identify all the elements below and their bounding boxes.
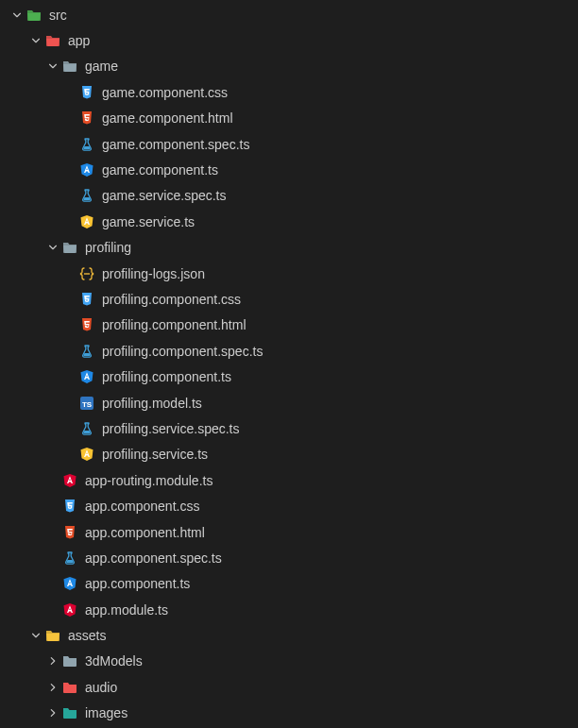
tree-item-label: profiling.component.html [102, 317, 246, 332]
file-row-app-routing-module-ts[interactable]: app-routing.module.ts [0, 467, 578, 493]
css-icon [79, 292, 94, 307]
angular-ts-icon [79, 162, 94, 178]
test-icon [79, 137, 94, 152]
folder-row-audio[interactable]: audio [0, 674, 578, 700]
css-icon [62, 499, 77, 514]
folder-images-icon [62, 705, 77, 720]
angular-module-red-icon [62, 602, 77, 618]
tree-item-label: game.component.ts [102, 162, 218, 178]
folder-row-src[interactable]: src [0, 2, 578, 27]
file-explorer-tree: srcappgamegame.component.cssgame.compone… [0, 2, 578, 726]
file-row-game-component-spec-ts[interactable]: game.component.spec.ts [0, 131, 578, 157]
file-row-app-component-html[interactable]: app.component.html [0, 519, 578, 545]
tree-item-label: app.component.css [85, 499, 199, 514]
file-row-app-module-ts[interactable]: app.module.ts [0, 597, 578, 622]
folder-audio-icon [62, 680, 77, 695]
tree-item-label: game.service.spec.ts [102, 188, 227, 203]
tree-item-label: profiling.service.spec.ts [102, 421, 240, 436]
test-icon [79, 421, 94, 436]
test-icon [79, 188, 94, 203]
folder-row-game[interactable]: game [0, 54, 578, 79]
chevron-down-icon[interactable] [45, 59, 60, 74]
file-row-game-service-ts[interactable]: game.service.ts [0, 209, 578, 234]
file-row-game-component-css[interactable]: game.component.css [0, 79, 578, 105]
tree-item-label: images [85, 705, 128, 720]
tree-item-label: profiling.service.ts [102, 447, 208, 462]
tree-item-label: src [49, 8, 67, 23]
angular-service-icon [79, 214, 94, 229]
folder-generic-open-icon [62, 59, 77, 74]
angular-service-icon [79, 447, 94, 462]
folder-app-icon [45, 33, 60, 48]
folder-assets-icon [45, 628, 60, 643]
html-icon [62, 525, 77, 540]
tree-item-label: profiling-logs.json [102, 266, 205, 281]
folder-generic-icon [62, 653, 77, 669]
angular-ts-icon [62, 576, 77, 591]
chevron-right-icon[interactable] [45, 653, 60, 669]
css-icon [79, 85, 94, 100]
chevron-down-icon[interactable] [28, 628, 43, 643]
file-row-profiling-service-spec-ts[interactable]: profiling.service.spec.ts [0, 415, 578, 441]
folder-row-assets[interactable]: assets [0, 622, 578, 648]
tree-item-label: assets [68, 628, 106, 643]
file-row-profiling-component-spec-ts[interactable]: profiling.component.spec.ts [0, 338, 578, 364]
tree-item-label: game.component.html [102, 110, 233, 126]
file-row-app-component-spec-ts[interactable]: app.component.spec.ts [0, 545, 578, 570]
html-icon [79, 110, 94, 126]
file-row-game-component-ts[interactable]: game.component.ts [0, 157, 578, 182]
tree-item-label: app.component.spec.ts [85, 550, 222, 566]
file-row-profiling-component-ts[interactable]: profiling.component.ts [0, 364, 578, 389]
angular-module-red-icon [62, 473, 77, 488]
chevron-down-icon[interactable] [9, 8, 25, 23]
tree-item-label: app.component.ts [85, 576, 190, 591]
folder-src-icon [26, 8, 42, 23]
folder-row-3dModels[interactable]: 3dModels [0, 649, 578, 674]
test-icon [79, 344, 94, 359]
chevron-right-icon[interactable] [45, 680, 60, 695]
angular-ts-icon [79, 369, 94, 384]
tree-item-label: app [68, 33, 90, 48]
tree-item-label: app.component.html [85, 525, 205, 540]
file-row-game-component-html[interactable]: game.component.html [0, 106, 578, 131]
folder-row-app[interactable]: app [0, 27, 578, 53]
tree-item-label: profiling.component.spec.ts [102, 344, 263, 359]
folder-row-images[interactable]: images [0, 701, 578, 726]
chevron-right-icon[interactable] [45, 705, 60, 720]
tree-item-label: game.component.spec.ts [102, 137, 249, 152]
tree-item-label: profiling.component.ts [102, 369, 231, 384]
ts-icon [79, 396, 94, 411]
tree-item-label: app.module.ts [85, 602, 168, 618]
file-row-profiling-logs-json[interactable]: profiling-logs.json [0, 261, 578, 286]
file-row-profiling-component-css[interactable]: profiling.component.css [0, 286, 578, 312]
tree-item-label: game.component.css [102, 85, 228, 100]
chevron-down-icon[interactable] [45, 240, 60, 255]
folder-generic-open-icon [62, 240, 77, 255]
file-row-profiling-model-ts[interactable]: profiling.model.ts [0, 390, 578, 415]
tree-item-label: 3dModels [85, 653, 143, 669]
test-icon [62, 550, 77, 566]
tree-item-label: game.service.ts [102, 214, 195, 229]
json-icon [79, 266, 94, 281]
tree-item-label: app-routing.module.ts [85, 473, 212, 488]
folder-row-profiling[interactable]: profiling [0, 235, 578, 261]
tree-item-label: profiling [85, 240, 131, 255]
tree-item-label: profiling.component.css [102, 292, 241, 307]
tree-item-label: profiling.model.ts [102, 396, 202, 411]
chevron-down-icon[interactable] [28, 33, 43, 48]
file-row-profiling-component-html[interactable]: profiling.component.html [0, 313, 578, 338]
file-row-app-component-css[interactable]: app.component.css [0, 493, 578, 518]
file-row-game-service-spec-ts[interactable]: game.service.spec.ts [0, 183, 578, 209]
html-icon [79, 317, 94, 332]
file-row-app-component-ts[interactable]: app.component.ts [0, 571, 578, 597]
file-row-profiling-service-ts[interactable]: profiling.service.ts [0, 442, 578, 467]
tree-item-label: game [85, 59, 118, 74]
tree-item-label: audio [85, 680, 117, 695]
